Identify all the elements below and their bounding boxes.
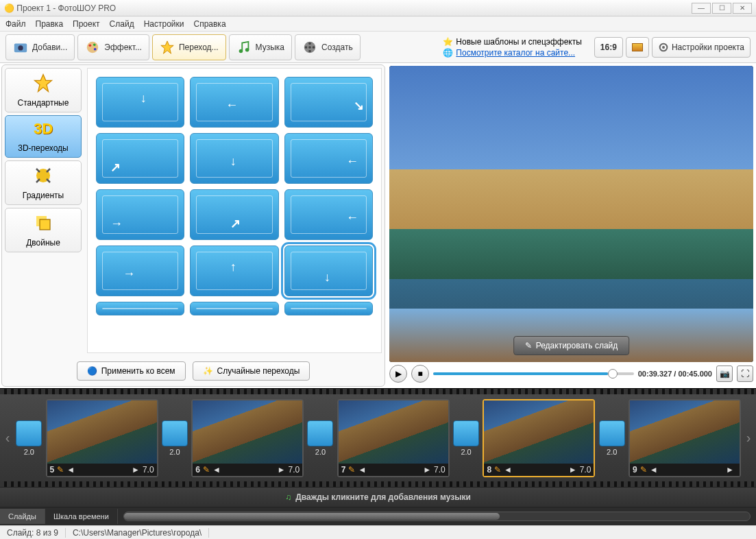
transition-chip[interactable]: 2.0: [306, 420, 334, 456]
transition-thumb[interactable]: ↗: [96, 133, 184, 184]
edit-icon[interactable]: ✎: [640, 465, 647, 475]
nav-left-icon[interactable]: ◄: [504, 465, 512, 475]
edit-icon[interactable]: ✎: [57, 465, 64, 475]
transition-thumb[interactable]: →: [96, 189, 184, 240]
slide-card[interactable]: 5✎◄►7.0: [46, 399, 158, 477]
fullscreen-button[interactable]: ⛶: [737, 366, 753, 382]
transition-thumb[interactable]: ↓: [284, 245, 373, 296]
cat-3d[interactable]: 3D 3D-переходы: [5, 115, 82, 158]
nav-right-icon[interactable]: ►: [726, 465, 734, 475]
transition-thumb[interactable]: [96, 302, 184, 315]
close-button[interactable]: ✕: [733, 3, 752, 14]
main-area: Стандартные 3D 3D-переходы Градиенты Дво…: [0, 63, 756, 388]
nav-left-icon[interactable]: ◄: [66, 465, 75, 475]
music-icon: [236, 40, 252, 55]
transition-thumb[interactable]: ↓: [96, 77, 184, 128]
nav-right-icon[interactable]: ►: [423, 465, 431, 475]
snapshot-button[interactable]: 📷: [716, 366, 733, 382]
transition-chip-icon: [453, 420, 479, 446]
preview-image: [389, 66, 753, 362]
transition-duration: 2.0: [169, 448, 180, 456]
music-track[interactable]: ♫ Дважды кликните для добавления музыки: [0, 487, 756, 507]
gear-icon: [658, 42, 669, 53]
nav-right-icon[interactable]: ►: [132, 465, 140, 475]
preview-viewport[interactable]: ✎ Редактировать слайд: [389, 66, 753, 362]
menu-help[interactable]: Справка: [193, 19, 225, 29]
transition-thumb[interactable]: ↘: [284, 77, 373, 128]
nav-left-icon[interactable]: ◄: [212, 465, 221, 475]
play-button[interactable]: ▶: [389, 365, 407, 383]
timeline-prev[interactable]: ‹: [0, 430, 15, 446]
edit-icon[interactable]: ✎: [348, 465, 355, 475]
tab-effects[interactable]: Эффект...: [77, 34, 149, 60]
transition-chip[interactable]: 2.0: [598, 420, 626, 456]
edit-slide-button[interactable]: ✎ Редактировать слайд: [513, 336, 630, 355]
maximize-button[interactable]: ☐: [712, 3, 731, 14]
apply-all-button[interactable]: 🔵Применить ко всем: [77, 361, 186, 381]
tab-music[interactable]: Музыка: [229, 34, 292, 60]
tab-slides[interactable]: Слайды: [0, 509, 45, 524]
transition-thumb[interactable]: ↑: [190, 245, 278, 296]
transition-thumb[interactable]: →: [96, 245, 184, 296]
menu-file[interactable]: Файл: [5, 19, 26, 29]
slide-thumbnail: [484, 400, 594, 464]
reel-icon: [302, 40, 317, 55]
svg-point-3: [89, 44, 92, 47]
cat-double[interactable]: Двойные: [5, 208, 82, 252]
cat-standard[interactable]: Стандартные: [5, 68, 82, 112]
tab-timescale[interactable]: Шкала времени: [45, 509, 118, 524]
svg-point-1: [18, 45, 23, 50]
seek-slider[interactable]: [433, 372, 634, 375]
slide-card[interactable]: 7✎◄►7.0: [337, 399, 450, 477]
nav-right-icon[interactable]: ►: [278, 465, 286, 475]
nav-right-icon[interactable]: ►: [569, 465, 577, 475]
link-catalog[interactable]: Посмотрите каталог на сайте...: [456, 48, 575, 58]
transition-thumb[interactable]: ←: [284, 133, 373, 184]
transition-chip-icon: [16, 420, 42, 446]
slide-card[interactable]: 9✎◄►: [629, 399, 741, 477]
nav-left-icon[interactable]: ◄: [650, 465, 658, 475]
cat-gradients[interactable]: Градиенты: [5, 160, 82, 205]
tab-transitions[interactable]: Переход...: [152, 34, 226, 60]
menu-settings[interactable]: Настройки: [144, 19, 184, 29]
display-mode-button[interactable]: [626, 37, 649, 58]
transition-thumb[interactable]: ←: [190, 77, 278, 128]
playback-controls: ▶ ■ 00:39.327 / 00:45.000 📷 ⛶: [389, 362, 753, 385]
transition-thumb[interactable]: ↗: [190, 189, 278, 240]
tab-add[interactable]: Добави...: [5, 34, 75, 60]
transition-thumb[interactable]: ←: [284, 189, 373, 240]
transition-thumb[interactable]: ↓: [190, 133, 278, 184]
transitions-grid[interactable]: ↓ ← ↘ ↗ ↓ ← → ↗ ← → ↑ ↓: [87, 68, 382, 353]
menu-slide[interactable]: Слайд: [110, 19, 134, 29]
timeline-next[interactable]: ›: [741, 430, 756, 446]
svg-point-13: [308, 49, 311, 52]
minimize-button[interactable]: —: [692, 3, 711, 14]
picture-icon: [632, 43, 643, 51]
edit-icon[interactable]: ✎: [494, 465, 501, 475]
preview-panel: ✎ Редактировать слайд ▶ ■ 00:39.327 / 00…: [387, 63, 756, 388]
transition-thumb[interactable]: [190, 302, 278, 315]
random-button[interactable]: ✨Случайные переходы: [193, 361, 310, 381]
status-slide: Слайд: 8 из 9: [0, 528, 66, 538]
star-small-icon: ⭐: [443, 37, 453, 47]
nav-left-icon[interactable]: ◄: [358, 465, 366, 475]
timeline-scrollbar[interactable]: [123, 512, 751, 521]
slide-number: 8: [487, 465, 491, 475]
edit-icon[interactable]: ✎: [203, 465, 210, 475]
transition-chip[interactable]: 2.0: [452, 420, 480, 456]
project-settings-button[interactable]: Настройки проекта: [652, 37, 751, 58]
menu-project[interactable]: Проект: [73, 19, 100, 29]
aspect-button[interactable]: 16:9: [594, 37, 623, 58]
gradient-icon: [29, 165, 57, 186]
tab-create[interactable]: Создать: [295, 34, 361, 60]
svg-marker-6: [161, 40, 173, 53]
slide-card[interactable]: 6✎◄►7.0: [191, 399, 304, 477]
stop-button[interactable]: ■: [411, 365, 429, 383]
slide-card[interactable]: 8✎◄►7.0: [483, 399, 595, 477]
wand-icon: ✨: [203, 366, 213, 376]
transition-thumb[interactable]: [284, 302, 373, 315]
menu-edit[interactable]: Правка: [36, 19, 64, 29]
link-templates[interactable]: Новые шаблоны и спецэффекты: [456, 37, 582, 47]
transition-chip[interactable]: 2.0: [161, 420, 189, 456]
transition-chip[interactable]: 2.0: [15, 420, 43, 456]
